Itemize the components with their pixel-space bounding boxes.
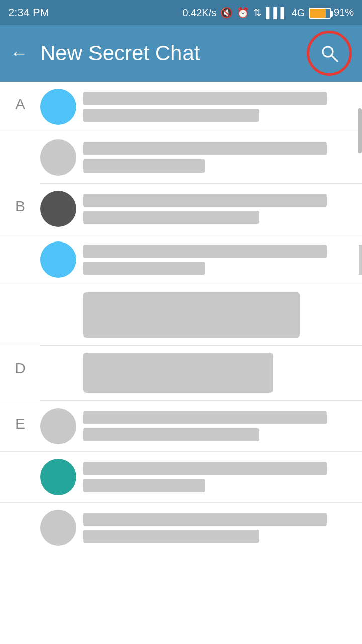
contact-name-placeholder (83, 292, 300, 338)
contact-name-placeholder (83, 194, 327, 207)
section-letter-empty (0, 234, 40, 249)
scroll-indicator (358, 108, 362, 153)
status-transfer-icon: ⇅ (253, 7, 262, 19)
scroll-mark (359, 245, 362, 275)
avatar (40, 408, 76, 444)
page-title: New Secret Chat (40, 41, 307, 65)
contact-sub-placeholder (83, 109, 259, 122)
status-alarm-icon: ⏰ (237, 7, 249, 19)
contact-sub-placeholder (83, 479, 205, 492)
section-letter-a: A (0, 82, 40, 113)
section-letter-empty (0, 132, 40, 146)
status-right: 0.42K/s 🔇 ⏰ ⇅ ▌▌▌ 4G 91% (182, 7, 354, 19)
list-item[interactable] (0, 452, 362, 503)
svg-line-1 (331, 55, 337, 61)
list-item[interactable] (0, 285, 362, 345)
back-button[interactable]: ← (10, 43, 28, 64)
contact-name-placeholder (83, 513, 327, 526)
status-battery: 91% (309, 7, 354, 19)
section-letter-empty (0, 285, 40, 299)
section-letter-empty (0, 503, 40, 517)
status-speed: 0.42K/s (182, 7, 216, 19)
status-bar: 2:34 PM 0.42K/s 🔇 ⏰ ⇅ ▌▌▌ 4G 91% (0, 0, 362, 25)
status-mute-icon: 🔇 (220, 7, 233, 19)
contact-sub-placeholder (83, 530, 259, 543)
avatar (40, 89, 76, 125)
list-item[interactable] (0, 503, 362, 553)
contact-list: A B (0, 82, 362, 553)
app-bar: ← New Secret Chat (0, 25, 362, 82)
section-letter-e: E (0, 401, 40, 432)
list-item[interactable] (0, 132, 362, 183)
list-item[interactable]: E (0, 401, 362, 452)
status-signal-icon: ▌▌▌ (266, 7, 288, 19)
list-item[interactable] (0, 234, 362, 285)
contact-name-placeholder (83, 462, 327, 475)
avatar (40, 242, 76, 278)
list-item[interactable]: B (0, 184, 362, 234)
avatar (40, 459, 76, 495)
avatar (40, 139, 76, 176)
avatar (40, 510, 76, 546)
contact-sub-placeholder (83, 159, 205, 173)
search-button[interactable] (319, 43, 339, 63)
contact-name-placeholder (83, 411, 327, 424)
section-letter-empty (0, 452, 40, 466)
contact-name-placeholder (83, 92, 327, 105)
contact-sub-placeholder (83, 428, 259, 441)
status-network: 4G (292, 7, 305, 19)
contact-name-placeholder (83, 142, 327, 155)
section-letter-b: B (0, 184, 40, 215)
search-button-wrapper[interactable] (307, 31, 352, 76)
contact-name-placeholder (83, 353, 273, 393)
list-item[interactable]: D (0, 346, 362, 400)
contact-sub-placeholder (83, 262, 205, 275)
section-letter-d: D (0, 346, 40, 377)
list-item[interactable]: A (0, 82, 362, 132)
status-time: 2:34 PM (8, 6, 49, 19)
contact-name-placeholder (83, 245, 327, 258)
contact-sub-placeholder (83, 211, 259, 224)
avatar (40, 191, 76, 227)
